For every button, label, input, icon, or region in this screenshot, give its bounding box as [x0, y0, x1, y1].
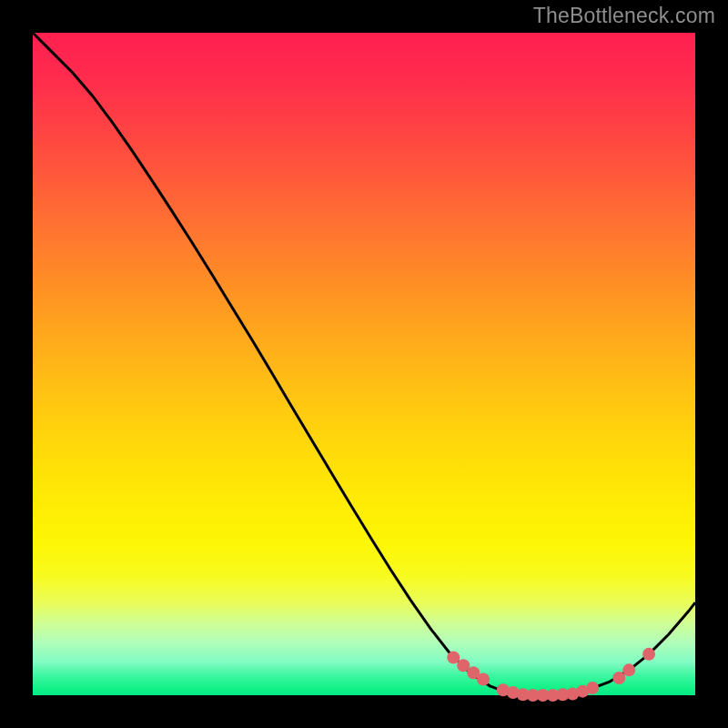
- highlight-marker: [586, 682, 599, 694]
- highlight-marker: [447, 652, 460, 664]
- marker-group: [447, 648, 655, 702]
- highlight-marker: [642, 648, 655, 661]
- highlight-marker: [477, 673, 490, 686]
- highlight-marker: [612, 672, 625, 684]
- highlight-marker: [622, 663, 635, 676]
- bottleneck-curve: [33, 33, 695, 695]
- watermark-text: TheBottleneck.com: [533, 4, 715, 28]
- chart-frame: TheBottleneck.com: [0, 0, 728, 728]
- plot-area: [33, 33, 695, 695]
- curve-layer: [33, 33, 695, 695]
